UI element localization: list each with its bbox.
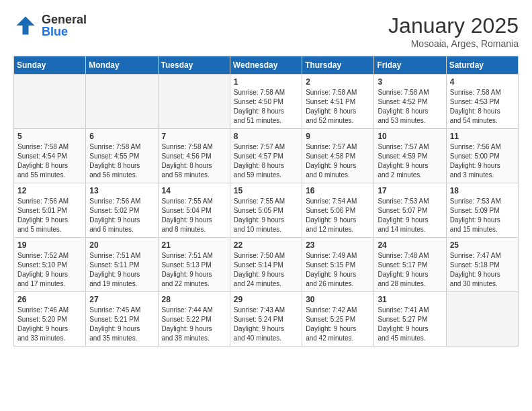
calendar-cell: 6Sunrise: 7:58 AM Sunset: 4:55 PM Daylig… (86, 129, 158, 183)
day-number: 13 (89, 186, 154, 195)
calendar-cell: 13Sunrise: 7:56 AM Sunset: 5:02 PM Dayli… (86, 183, 158, 238)
calendar-cell: 27Sunrise: 7:45 AM Sunset: 5:21 PM Dayli… (86, 292, 158, 347)
calendar-week-row: 26Sunrise: 7:46 AM Sunset: 5:20 PM Dayli… (14, 292, 519, 347)
day-number: 11 (450, 132, 515, 141)
calendar-cell: 5Sunrise: 7:58 AM Sunset: 4:54 PM Daylig… (14, 129, 86, 183)
day-number: 18 (450, 186, 515, 195)
calendar-cell (14, 75, 86, 129)
day-info: Sunrise: 7:58 AM Sunset: 4:56 PM Dayligh… (162, 142, 226, 180)
day-number: 3 (378, 77, 442, 87)
day-number: 17 (378, 186, 442, 195)
weekday-header: Wednesday (230, 56, 302, 75)
page-header: General Blue January 2025 Mosoaia, Arges… (13, 13, 519, 49)
calendar-cell (446, 292, 518, 347)
calendar-cell: 3Sunrise: 7:58 AM Sunset: 4:52 PM Daylig… (374, 75, 446, 129)
logo-general: General (42, 13, 87, 26)
calendar-cell: 31Sunrise: 7:41 AM Sunset: 5:27 PM Dayli… (374, 292, 446, 347)
calendar-cell: 2Sunrise: 7:58 AM Sunset: 4:51 PM Daylig… (302, 75, 374, 129)
day-number: 15 (234, 186, 298, 195)
day-info: Sunrise: 7:55 AM Sunset: 5:04 PM Dayligh… (162, 197, 226, 234)
day-number: 31 (378, 295, 442, 304)
day-info: Sunrise: 7:58 AM Sunset: 4:55 PM Dayligh… (89, 142, 154, 180)
day-info: Sunrise: 7:49 AM Sunset: 5:15 PM Dayligh… (306, 251, 370, 289)
day-info: Sunrise: 7:42 AM Sunset: 5:25 PM Dayligh… (306, 306, 370, 343)
weekday-header: Thursday (302, 56, 374, 75)
day-info: Sunrise: 7:57 AM Sunset: 4:59 PM Dayligh… (378, 142, 442, 180)
calendar-cell (86, 75, 158, 129)
day-info: Sunrise: 7:57 AM Sunset: 4:58 PM Dayligh… (306, 142, 370, 180)
calendar-cell (158, 75, 230, 129)
weekday-header: Tuesday (158, 56, 230, 75)
day-info: Sunrise: 7:41 AM Sunset: 5:27 PM Dayligh… (378, 306, 442, 343)
day-info: Sunrise: 7:52 AM Sunset: 5:10 PM Dayligh… (17, 251, 82, 289)
day-info: Sunrise: 7:50 AM Sunset: 5:14 PM Dayligh… (234, 251, 298, 289)
day-info: Sunrise: 7:43 AM Sunset: 5:24 PM Dayligh… (234, 306, 298, 343)
calendar-cell: 1Sunrise: 7:58 AM Sunset: 4:50 PM Daylig… (230, 75, 302, 129)
day-number: 2 (306, 77, 370, 87)
day-number: 29 (234, 295, 298, 304)
calendar-cell: 15Sunrise: 7:55 AM Sunset: 5:05 PM Dayli… (230, 183, 302, 238)
calendar-cell: 18Sunrise: 7:53 AM Sunset: 5:09 PM Dayli… (446, 183, 518, 238)
day-number: 30 (306, 295, 370, 304)
calendar-cell: 12Sunrise: 7:56 AM Sunset: 5:01 PM Dayli… (14, 183, 86, 238)
day-info: Sunrise: 7:51 AM Sunset: 5:11 PM Dayligh… (89, 251, 154, 289)
calendar-cell: 20Sunrise: 7:51 AM Sunset: 5:11 PM Dayli… (86, 238, 158, 292)
day-number: 6 (89, 132, 154, 141)
day-info: Sunrise: 7:46 AM Sunset: 5:20 PM Dayligh… (17, 306, 82, 343)
day-info: Sunrise: 7:56 AM Sunset: 5:02 PM Dayligh… (89, 197, 154, 234)
day-number: 16 (306, 186, 370, 195)
day-number: 24 (378, 240, 442, 250)
calendar-cell: 30Sunrise: 7:42 AM Sunset: 5:25 PM Dayli… (302, 292, 374, 347)
calendar-table: SundayMondayTuesdayWednesdayThursdayFrid… (13, 56, 519, 347)
calendar-cell: 24Sunrise: 7:48 AM Sunset: 5:17 PM Dayli… (374, 238, 446, 292)
day-info: Sunrise: 7:54 AM Sunset: 5:06 PM Dayligh… (306, 197, 370, 234)
logo-text: General Blue (42, 13, 87, 38)
calendar-cell: 23Sunrise: 7:49 AM Sunset: 5:15 PM Dayli… (302, 238, 374, 292)
calendar-cell: 22Sunrise: 7:50 AM Sunset: 5:14 PM Dayli… (230, 238, 302, 292)
day-info: Sunrise: 7:58 AM Sunset: 4:50 PM Dayligh… (234, 88, 298, 126)
day-info: Sunrise: 7:58 AM Sunset: 4:51 PM Dayligh… (306, 88, 370, 126)
weekday-header: Monday (86, 56, 158, 75)
calendar-week-row: 1Sunrise: 7:58 AM Sunset: 4:50 PM Daylig… (14, 75, 519, 129)
day-info: Sunrise: 7:58 AM Sunset: 4:52 PM Dayligh… (378, 88, 442, 126)
weekday-header: Friday (374, 56, 446, 75)
day-info: Sunrise: 7:51 AM Sunset: 5:13 PM Dayligh… (162, 251, 226, 289)
day-number: 1 (234, 77, 298, 87)
day-number: 14 (162, 186, 226, 195)
logo-blue: Blue (42, 26, 87, 38)
day-number: 20 (89, 240, 154, 250)
day-info: Sunrise: 7:55 AM Sunset: 5:05 PM Dayligh… (234, 197, 298, 234)
calendar-cell: 29Sunrise: 7:43 AM Sunset: 5:24 PM Dayli… (230, 292, 302, 347)
day-info: Sunrise: 7:53 AM Sunset: 5:09 PM Dayligh… (450, 197, 515, 234)
logo-icon (13, 13, 38, 38)
day-number: 8 (234, 132, 298, 141)
logo: General Blue (13, 13, 87, 38)
day-number: 9 (306, 132, 370, 141)
calendar-cell: 8Sunrise: 7:57 AM Sunset: 4:57 PM Daylig… (230, 129, 302, 183)
day-number: 19 (17, 240, 82, 250)
day-number: 4 (450, 77, 515, 87)
location: Mosoaia, Arges, Romania (388, 38, 519, 49)
weekday-header-row: SundayMondayTuesdayWednesdayThursdayFrid… (14, 56, 519, 75)
calendar-week-row: 12Sunrise: 7:56 AM Sunset: 5:01 PM Dayli… (14, 183, 519, 238)
day-number: 25 (450, 240, 515, 250)
day-info: Sunrise: 7:47 AM Sunset: 5:18 PM Dayligh… (450, 251, 515, 289)
weekday-header: Saturday (446, 56, 518, 75)
day-number: 26 (17, 295, 82, 304)
day-info: Sunrise: 7:58 AM Sunset: 4:54 PM Dayligh… (17, 142, 82, 180)
calendar-cell: 4Sunrise: 7:58 AM Sunset: 4:53 PM Daylig… (446, 75, 518, 129)
title-block: January 2025 Mosoaia, Arges, Romania (388, 13, 519, 49)
day-number: 21 (162, 240, 226, 250)
calendar-cell: 19Sunrise: 7:52 AM Sunset: 5:10 PM Dayli… (14, 238, 86, 292)
calendar-cell: 9Sunrise: 7:57 AM Sunset: 4:58 PM Daylig… (302, 129, 374, 183)
day-number: 23 (306, 240, 370, 250)
day-info: Sunrise: 7:57 AM Sunset: 4:57 PM Dayligh… (234, 142, 298, 180)
calendar-week-row: 19Sunrise: 7:52 AM Sunset: 5:10 PM Dayli… (14, 238, 519, 292)
calendar-cell: 21Sunrise: 7:51 AM Sunset: 5:13 PM Dayli… (158, 238, 230, 292)
day-number: 10 (378, 132, 442, 141)
day-info: Sunrise: 7:56 AM Sunset: 5:00 PM Dayligh… (450, 142, 515, 180)
calendar-cell: 14Sunrise: 7:55 AM Sunset: 5:04 PM Dayli… (158, 183, 230, 238)
calendar-cell: 16Sunrise: 7:54 AM Sunset: 5:06 PM Dayli… (302, 183, 374, 238)
calendar-cell: 28Sunrise: 7:44 AM Sunset: 5:22 PM Dayli… (158, 292, 230, 347)
day-number: 28 (162, 295, 226, 304)
